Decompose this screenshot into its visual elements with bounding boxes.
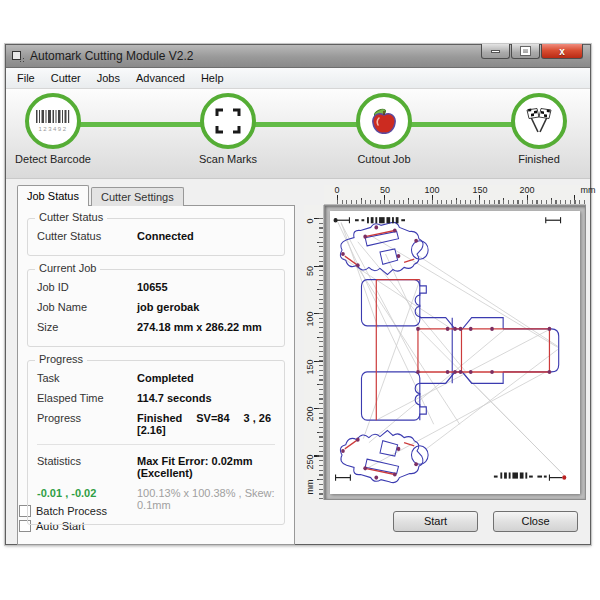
ruler-unit-label: mm bbox=[581, 185, 596, 195]
job-id-value: 10655 bbox=[137, 281, 168, 293]
tab-job-status[interactable]: Job Status bbox=[17, 185, 89, 206]
step-circle: 123492 bbox=[25, 93, 81, 149]
step-finished: Finished bbox=[484, 93, 594, 165]
horizontal-ruler: 0 50 100 150 200 mm bbox=[324, 185, 586, 205]
cutter-status-group: Cutter Status Cutter Status Connected bbox=[27, 218, 285, 256]
vertical-ruler: 0 50 100 150 200 250 mm bbox=[304, 205, 324, 500]
window-title: Automark Cutting Module V2.2 bbox=[30, 49, 193, 63]
svg-text:123492: 123492 bbox=[38, 126, 67, 132]
step-circle bbox=[511, 93, 567, 149]
step-scan-marks: Scan Marks bbox=[173, 93, 283, 165]
progress-label: Progress bbox=[37, 412, 137, 424]
scale-skew-value: 100.13% x 100.38% , Skew: 0.1mm bbox=[137, 487, 275, 511]
canvas-frame bbox=[324, 205, 586, 500]
job-status-page: Cutter Status Cutter Status Connected Cu… bbox=[17, 205, 295, 545]
menu-file[interactable]: File bbox=[9, 69, 43, 87]
canvas-surface[interactable] bbox=[330, 211, 580, 494]
step-label: Finished bbox=[484, 153, 594, 165]
step-circle bbox=[356, 93, 412, 149]
job-name-label: Job Name bbox=[37, 301, 137, 313]
ruler-tick-label: 0 bbox=[305, 218, 315, 223]
elapsed-time-label: Elasped Time bbox=[37, 392, 137, 404]
max-fit-error-value: Max Fit Error: 0.02mm (Excellent) bbox=[137, 455, 275, 479]
cutter-status-value: Connected bbox=[137, 230, 194, 242]
task-value: Completed bbox=[137, 372, 194, 384]
menu-help[interactable]: Help bbox=[193, 69, 232, 87]
close-action-button[interactable]: Close bbox=[493, 511, 578, 532]
offset-value: -0.01 , -0.02 bbox=[37, 487, 137, 499]
minimize-button[interactable] bbox=[481, 44, 510, 59]
divider bbox=[37, 444, 275, 445]
progress-group: Progress Task Completed Elasped Time 114… bbox=[27, 360, 285, 525]
crease-lines bbox=[376, 280, 549, 420]
close-icon: x bbox=[559, 46, 565, 57]
titlebar: Automark Cutting Module V2.2 x bbox=[6, 45, 590, 68]
size-label: Size bbox=[37, 321, 137, 333]
ruler-tick-label: 100 bbox=[305, 311, 315, 326]
scan-marks-icon bbox=[213, 106, 243, 136]
dieline-drawing bbox=[330, 211, 580, 494]
cut-preview: 0 50 100 150 200 mm 0 50 100 150 200 250… bbox=[304, 185, 586, 500]
step-label: Detect Barcode bbox=[0, 153, 108, 165]
checkered-flags-icon bbox=[521, 107, 557, 135]
ruler-tick-label: 200 bbox=[519, 185, 534, 195]
step-label: Scan Marks bbox=[173, 153, 283, 165]
app-window: Automark Cutting Module V2.2 x File Cutt… bbox=[5, 44, 591, 545]
statistics-label: Statistics bbox=[37, 455, 137, 467]
workflow-connector bbox=[53, 122, 539, 127]
ruler-tick-label: 250 bbox=[305, 454, 315, 469]
group-title: Current Job bbox=[35, 262, 100, 274]
barcode-icon: 123492 bbox=[34, 108, 72, 134]
ruler-tick-label: 100 bbox=[424, 185, 439, 195]
ruler-corner bbox=[304, 185, 324, 205]
end-dot bbox=[562, 475, 566, 480]
menu-advanced[interactable]: Advanced bbox=[128, 69, 193, 87]
step-label: Cutout Job bbox=[329, 153, 439, 165]
size-value: 274.18 mm x 286.22 mm bbox=[137, 321, 262, 333]
maximize-button[interactable] bbox=[511, 44, 540, 59]
tab-strip: Job Status Cutter Settings bbox=[17, 185, 295, 206]
job-name-value: job gerobak bbox=[137, 301, 199, 313]
apple-icon bbox=[370, 106, 398, 136]
menu-cutter[interactable]: Cutter bbox=[43, 69, 89, 87]
progress-value: FinishedSV=843 , 26 [2.16] bbox=[137, 412, 275, 436]
step-cutout-job: Cutout Job bbox=[329, 93, 439, 165]
menubar: File Cutter Jobs Advanced Help bbox=[6, 68, 590, 89]
workflow-band: 123492 Detect Barcode Scan Marks bbox=[6, 89, 590, 179]
close-button[interactable]: x bbox=[541, 44, 583, 59]
current-job-group: Current Job Job ID 10655 Job Name job ge… bbox=[27, 269, 285, 347]
minimize-icon bbox=[491, 50, 500, 53]
alignment-dots bbox=[416, 327, 551, 374]
group-title: Cutter Status bbox=[35, 211, 107, 223]
task-label: Task bbox=[37, 372, 137, 384]
barcode-bottom bbox=[494, 472, 547, 478]
job-id-label: Job ID bbox=[37, 281, 137, 293]
cut-paths bbox=[361, 280, 558, 420]
cutter-status-label: Cutter Status bbox=[37, 230, 137, 242]
ruler-tick-label: 50 bbox=[305, 266, 315, 276]
ornate-cut-shape bbox=[340, 222, 428, 274]
menu-jobs[interactable]: Jobs bbox=[89, 69, 128, 87]
maximize-icon bbox=[521, 47, 530, 55]
ruler-tick-label: 150 bbox=[472, 185, 487, 195]
travel-lines bbox=[337, 221, 563, 474]
step-detect-barcode: 123492 Detect Barcode bbox=[0, 93, 108, 165]
ruler-tick-label: 0 bbox=[334, 185, 339, 195]
elapsed-time-value: 114.7 seconds bbox=[137, 392, 212, 404]
ruler-tick-label: 150 bbox=[305, 359, 315, 374]
ruler-tick-label: 50 bbox=[380, 185, 390, 195]
barcode-top bbox=[355, 217, 405, 223]
step-circle bbox=[200, 93, 256, 149]
start-button[interactable]: Start bbox=[393, 511, 478, 532]
tab-cutter-settings[interactable]: Cutter Settings bbox=[91, 187, 184, 206]
ruler-tick-label: 200 bbox=[305, 406, 315, 421]
ruler-unit-label: mm bbox=[305, 480, 315, 495]
app-icon bbox=[12, 50, 25, 63]
group-title: Progress bbox=[35, 353, 87, 365]
registration-marks bbox=[334, 217, 562, 481]
status-column: Job Status Cutter Settings Cutter Status… bbox=[17, 185, 295, 500]
